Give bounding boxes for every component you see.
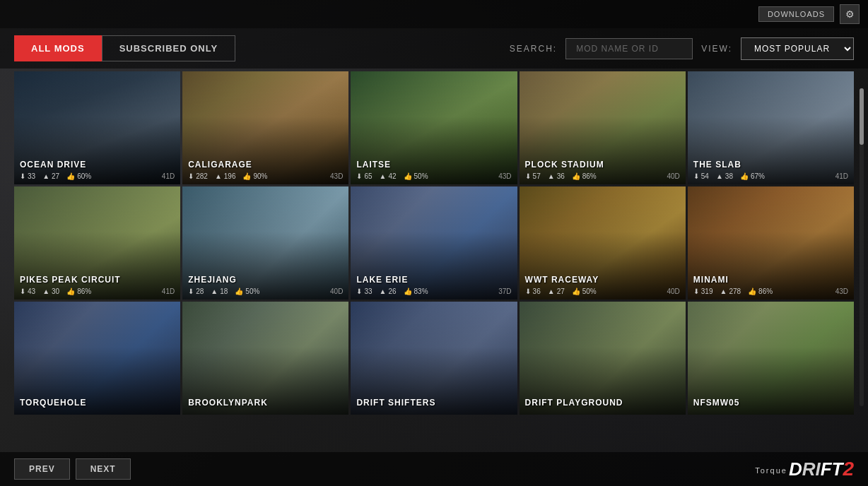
top-bar: DOWNLOADS ⚙ — [0, 0, 868, 28]
mod-card-minami[interactable]: MINAMI ⬇ 319 ▲ 278 👍 86% 43D — [688, 186, 854, 300]
download-icon: ⬇ — [20, 288, 25, 295]
mod-card-title: DRIFT PLAYGROUND — [525, 398, 680, 408]
download-stat: ⬇ 33 — [356, 288, 372, 295]
rating-stat: 👍 86% — [748, 288, 773, 295]
rating-value: 67% — [751, 172, 765, 180]
rating-value: 86% — [582, 172, 597, 180]
mod-card-info: MINAMI ⬇ 319 ▲ 278 👍 86% 43D — [688, 271, 854, 300]
view-select[interactable]: MOST POPULAR NEWEST TOP RATED — [741, 37, 854, 60]
mod-card-plock-stadium[interactable]: ✔INSTALLEDPLOCK STADIUM ⬇ 57 ▲ 36 👍 86% … — [520, 71, 686, 184]
download-icon: ⬇ — [356, 288, 362, 295]
search-input[interactable] — [565, 38, 693, 59]
mod-card-zhejiang[interactable]: ZHEJIANG ⬇ 28 ▲ 18 👍 50% 40D — [182, 186, 348, 300]
mod-card-drift-shifters[interactable]: Red Bull DRIFT SHIFTERS — [351, 302, 517, 415]
mod-card-torquehole[interactable]: Torque HOLE2 TORQUEHOLE — [14, 302, 180, 415]
subscribed-only-button[interactable]: SUBSCRIBED ONLY — [102, 35, 235, 61]
rating-value: 83% — [414, 288, 428, 295]
logo-area: Torque DRIFT 2 — [755, 458, 854, 480]
mod-card-info: ZHEJIANG ⬇ 28 ▲ 18 👍 50% 40D — [182, 271, 348, 300]
mod-age: 40D — [667, 172, 679, 180]
download-icon: ⬇ — [356, 172, 362, 180]
logo-drift-text: DRIFT — [789, 458, 843, 480]
mod-age: 41D — [162, 288, 175, 295]
mod-card-stats: ⬇ 43 ▲ 30 👍 86% 41D — [20, 288, 175, 295]
mod-card-wwt-raceway[interactable]: WWT RACEWAY ⬇ 36 ▲ 27 👍 50% 40D — [520, 186, 686, 300]
scrollbar-track[interactable] — [860, 88, 864, 406]
mod-card-ocean-drive[interactable]: OCEAN DRIVE ⬇ 33 ▲ 27 👍 60% 41D — [14, 71, 180, 184]
download-count: 282 — [196, 172, 208, 180]
mod-card-title: MINAMI — [693, 275, 848, 285]
mod-card-title: PLOCK STADIUM — [525, 160, 680, 170]
scrollbar-thumb[interactable] — [860, 88, 864, 145]
thumbsup-stat: ▲ 278 — [720, 288, 741, 295]
download-count: 65 — [364, 172, 372, 180]
mod-card-info: CALIGARAGE ⬇ 282 ▲ 196 👍 90% 43D — [182, 155, 348, 184]
rating-value: 86% — [758, 288, 773, 295]
mod-card-stats: ⬇ 282 ▲ 196 👍 90% 43D — [188, 172, 343, 180]
mod-age: 41D — [162, 172, 175, 180]
thumbsup-icon: ▲ — [42, 172, 49, 180]
view-label: VIEW: — [701, 44, 732, 54]
settings-button[interactable]: ⚙ — [840, 4, 860, 24]
prev-button[interactable]: PREV — [14, 458, 70, 480]
download-stat: ⬇ 282 — [188, 172, 208, 180]
thumbsup-count: 36 — [557, 172, 565, 180]
download-stat: ⬇ 28 — [188, 288, 204, 295]
next-button[interactable]: NEXT — [76, 458, 131, 480]
mod-card-the-slab[interactable]: THE SLAB ⬇ 54 ▲ 38 👍 67% 41D — [688, 71, 854, 184]
logo-number: 2 — [843, 458, 854, 480]
download-stat: ⬇ 36 — [525, 288, 541, 295]
rating-value: 60% — [77, 172, 91, 180]
mod-card-brooklynpark[interactable]: BROOKLYNPARK — [182, 302, 348, 415]
thumbsup-icon: ▲ — [42, 288, 49, 295]
download-stat: ⬇ 65 — [356, 172, 372, 180]
mod-card-laitse[interactable]: LAITSE ⬇ 65 ▲ 42 👍 50% 43D — [351, 71, 517, 184]
mod-card-title: ZHEJIANG — [188, 275, 343, 285]
download-stat: ⬇ 43 — [20, 288, 35, 295]
rating-value: 50% — [245, 288, 259, 295]
rating-icon: 👍 — [404, 172, 412, 180]
mod-card-stats: ⬇ 54 ▲ 38 👍 67% 41D — [693, 172, 848, 180]
mod-age: 40D — [667, 288, 679, 295]
thumbsup-count: 30 — [52, 288, 59, 295]
download-count: 36 — [533, 288, 541, 295]
rating-icon: 👍 — [740, 172, 749, 180]
thumbsup-stat: ▲ 196 — [215, 172, 236, 180]
thumbsup-count: 196 — [224, 172, 236, 180]
rating-value: 50% — [582, 288, 597, 295]
mod-card-caligarage[interactable]: CALIGARAGE ⬇ 282 ▲ 196 👍 90% 43D — [182, 71, 348, 184]
mod-age: 43D — [835, 288, 848, 295]
mod-card-drift-playground[interactable]: DRIFT PLAYGROUND — [520, 302, 686, 415]
mod-card-info: PLOCK STADIUM ⬇ 57 ▲ 36 👍 86% 40D — [520, 155, 686, 184]
rating-icon: 👍 — [572, 172, 580, 180]
download-count: 54 — [701, 172, 709, 180]
rating-icon: 👍 — [748, 288, 756, 295]
download-icon: ⬇ — [525, 288, 531, 295]
rating-stat: 👍 83% — [404, 288, 428, 295]
thumbsup-icon: ▲ — [211, 288, 218, 295]
downloads-button[interactable]: DOWNLOADS — [758, 6, 834, 22]
download-stat: ⬇ 33 — [20, 172, 35, 180]
mod-card-title: LAITSE — [356, 160, 511, 170]
download-stat: ⬇ 319 — [693, 288, 713, 295]
rating-stat: 👍 50% — [572, 288, 597, 295]
rating-value: 90% — [253, 172, 267, 180]
mod-card-stats: ⬇ 33 ▲ 27 👍 60% 41D — [20, 172, 175, 180]
mod-card-title: OCEAN DRIVE — [20, 160, 175, 170]
all-mods-button[interactable]: ALL MODS — [14, 35, 102, 61]
thumbsup-stat: ▲ 27 — [42, 172, 59, 180]
mod-card-pikes-peak-circuit[interactable]: ✔INSTALLEDPIKES PEAK CIRCUIT ⬇ 43 ▲ 30 👍… — [14, 186, 180, 300]
mod-card-title: THE SLAB — [693, 160, 848, 170]
download-icon: ⬇ — [525, 172, 531, 180]
download-count: 57 — [533, 172, 541, 180]
mods-grid: OCEAN DRIVE ⬇ 33 ▲ 27 👍 60% 41D CALIGARA… — [0, 69, 857, 417]
mod-card-nfsmw05[interactable]: NFSMW05 — [688, 302, 854, 415]
download-icon: ⬇ — [693, 172, 699, 180]
thumbsup-count: 26 — [388, 288, 396, 295]
download-icon: ⬇ — [693, 288, 699, 295]
mod-card-stats: ⬇ 65 ▲ 42 👍 50% 43D — [356, 172, 511, 180]
thumbsup-icon: ▲ — [215, 172, 222, 180]
mod-age: 41D — [835, 172, 848, 180]
mod-card-info: NFSMW05 — [688, 393, 854, 415]
mod-card-lake-erie[interactable]: LAKE ERIE ⬇ 33 ▲ 26 👍 83% 37D — [351, 186, 517, 300]
